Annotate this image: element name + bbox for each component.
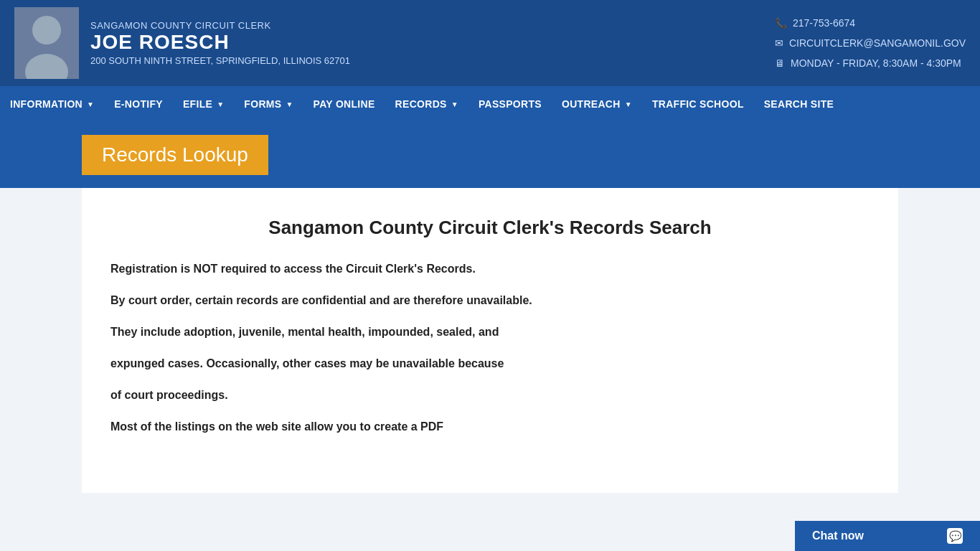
chevron-down-icon: ▼ — [217, 100, 224, 108]
chevron-down-icon: ▼ — [286, 100, 293, 108]
nav-item-enotify[interactable]: E-NOTIFY — [104, 88, 173, 121]
email-contact: ✉ CIRCUITCLERK@SANGAMONIL.GOV — [775, 33, 966, 53]
header-contact: 📞 217-753-6674 ✉ CIRCUITCLERK@SANGAMONIL… — [775, 13, 966, 73]
content-para-4: expunged cases. Occasionally, other case… — [110, 355, 870, 372]
chat-label: Chat now — [812, 529, 864, 542]
header-info: SANGAMON COUNTY CIRCUIT CLERK JOE ROESCH… — [90, 20, 350, 66]
email-address: CIRCUITCLERK@SANGAMONIL.GOV — [789, 33, 966, 53]
phone-contact: 📞 217-753-6674 — [775, 13, 966, 33]
email-icon: ✉ — [775, 33, 783, 53]
content-para-5: of court proceedings. — [110, 387, 870, 404]
site-header: SANGAMON COUNTY CIRCUIT CLERK JOE ROESCH… — [0, 0, 980, 86]
clerk-name: JOE ROESCH — [90, 31, 350, 54]
main-content: Sangamon County Circuit Clerk's Records … — [82, 188, 898, 493]
content-para-2: By court order, certain records are conf… — [110, 292, 870, 309]
page-title: Records Lookup — [82, 135, 268, 175]
nav-item-outreach[interactable]: OUTREACH ▼ — [552, 88, 642, 121]
nav-item-traffic-school[interactable]: TRAFFIC SCHOOL — [642, 88, 754, 121]
chevron-down-icon: ▼ — [451, 100, 458, 108]
chat-button[interactable]: Chat now 💬 — [795, 521, 980, 551]
nav-item-records[interactable]: RECORDS ▼ — [385, 88, 468, 121]
avatar-image — [14, 7, 79, 79]
avatar — [14, 7, 79, 79]
svg-point-1 — [32, 16, 61, 44]
page-banner: Records Lookup — [0, 122, 980, 188]
chat-bubble-icon: 💬 — [947, 528, 963, 544]
nav-item-efile[interactable]: EFILE ▼ — [173, 88, 234, 121]
header-left: SANGAMON COUNTY CIRCUIT CLERK JOE ROESCH… — [14, 7, 350, 79]
nav-item-information[interactable]: INFORMATION ▼ — [0, 88, 104, 121]
office-hours: MONDAY - FRIDAY, 8:30AM - 4:30PM — [791, 53, 961, 73]
nav-item-pay-online[interactable]: PAY ONLINE — [303, 88, 385, 121]
chevron-down-icon: ▼ — [87, 100, 94, 108]
content-heading: Sangamon County Circuit Clerk's Records … — [110, 217, 870, 239]
clock-icon: 🖥 — [775, 53, 785, 73]
chevron-down-icon: ▼ — [625, 100, 632, 108]
clerk-address: 200 SOUTH NINTH STREET, SPRINGFIELD, ILL… — [90, 55, 350, 66]
nav-item-passports[interactable]: PASSPORTS — [468, 88, 552, 121]
phone-number: 217-753-6674 — [793, 13, 855, 33]
org-subtitle: SANGAMON COUNTY CIRCUIT CLERK — [90, 20, 350, 31]
main-nav: INFORMATION ▼ E-NOTIFY EFILE ▼ FORMS ▼ P… — [0, 86, 980, 122]
hours-contact: 🖥 MONDAY - FRIDAY, 8:30AM - 4:30PM — [775, 53, 966, 73]
content-para-6: Most of the listings on the web site all… — [110, 418, 870, 435]
nav-item-search-site[interactable]: SEARCH SITE — [754, 88, 844, 121]
nav-item-forms[interactable]: FORMS ▼ — [234, 88, 303, 121]
content-para-3: They include adoption, juvenile, mental … — [110, 324, 870, 341]
content-para-1: Registration is NOT required to access t… — [110, 260, 870, 278]
phone-icon: 📞 — [775, 13, 787, 33]
